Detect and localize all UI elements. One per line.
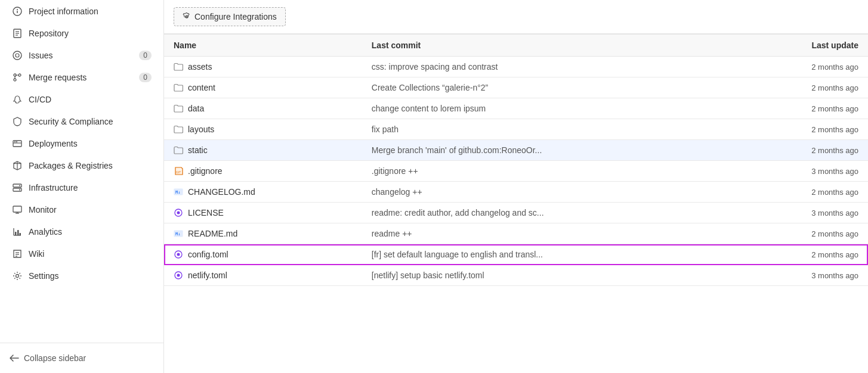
svg-point-10 <box>14 79 16 81</box>
collapse-sidebar-button[interactable]: Collapse sidebar <box>0 348 163 368</box>
sidebar-bottom: Collapse sidebar <box>0 343 163 373</box>
sidebar-item-label: Packages & Registries <box>29 161 152 170</box>
svg-point-33 <box>16 275 19 278</box>
sidebar-item-cicd[interactable]: CI/CD <box>2 89 161 110</box>
table-row[interactable]: content Create Collections “galerie-n°2”… <box>164 77 868 98</box>
folder-icon <box>174 125 183 134</box>
sidebar-item-infrastructure[interactable]: Infrastructure <box>2 177 161 198</box>
sidebar-item-issues[interactable]: Issues 0 <box>2 45 161 66</box>
commit-message: changelog ++ <box>362 182 738 203</box>
config-icon <box>174 208 183 217</box>
table-row[interactable]: M↓ CHANGELOG.md changelog ++ 2 months ag… <box>164 182 868 203</box>
sidebar-item-analytics[interactable]: Analytics <box>2 221 161 243</box>
file-link[interactable]: config.toml <box>188 250 228 259</box>
svg-point-7 <box>13 51 21 60</box>
file-link[interactable]: netlify.toml <box>188 271 227 280</box>
sidebar-item-label: Merge requests <box>29 73 133 82</box>
commit-message: .gitignore ++ <box>362 161 738 182</box>
gear-icon <box>183 13 191 21</box>
sidebar-item-settings[interactable]: Settings <box>2 265 161 287</box>
svg-point-11 <box>18 74 21 76</box>
file-link[interactable]: .gitignore <box>188 166 223 176</box>
sidebar-item-project-information[interactable]: Project information <box>2 1 161 22</box>
last-update: 2 months ago <box>738 119 868 140</box>
server-icon <box>12 182 23 193</box>
table-row[interactable]: static Merge branch 'main' of github.com… <box>164 140 868 161</box>
sidebar-item-deployments[interactable]: Deployments <box>2 133 161 154</box>
file-name-cell: M↓ README.md <box>164 223 362 244</box>
file-name-cell: netlify.toml <box>164 265 362 286</box>
gear-icon <box>12 271 23 281</box>
last-update: 2 months ago <box>738 57 868 77</box>
table-row[interactable]: GIT .gitignore .gitignore ++ 3 months ag… <box>164 161 868 182</box>
table-row[interactable]: LICENSE readme: credit author, add chang… <box>164 203 868 223</box>
sidebar-item-wiki[interactable]: Wiki <box>2 243 161 265</box>
last-update: 2 months ago <box>738 182 868 203</box>
sidebar-item-label: CI/CD <box>29 95 152 104</box>
file-name-cell: config.toml <box>164 244 362 265</box>
folder-icon <box>174 104 183 113</box>
sidebar-item-security-compliance[interactable]: Security & Compliance <box>2 111 161 132</box>
file-link[interactable]: assets <box>188 62 212 72</box>
file-link[interactable]: CHANGELOG.md <box>188 187 255 197</box>
svg-text:GIT: GIT <box>176 170 181 174</box>
commit-message: fix path <box>362 119 738 140</box>
sidebar-item-label: Analytics <box>29 227 152 237</box>
file-link[interactable]: static <box>188 145 208 155</box>
svg-point-20 <box>19 185 20 186</box>
sidebar-item-label: Wiki <box>29 249 152 259</box>
configure-integrations-button[interactable]: Configure Integrations <box>174 7 286 26</box>
table-body: assets css: improve spacing and contrast… <box>164 57 868 286</box>
sidebar-item-merge-requests[interactable]: Merge requests 0 <box>2 67 161 88</box>
commit-message: [netlify] setup basic netlify.toml <box>362 265 738 286</box>
last-update: 2 months ago <box>738 98 868 119</box>
svg-text:M↓: M↓ <box>175 232 180 237</box>
sidebar-item-repository[interactable]: Repository <box>2 23 161 44</box>
svg-point-2 <box>17 9 18 10</box>
table-row[interactable]: data change content to lorem ipsum 2 mon… <box>164 98 868 119</box>
file-link[interactable]: data <box>188 104 204 113</box>
file-name-cell: assets <box>164 57 362 77</box>
svg-rect-12 <box>13 141 21 147</box>
gitignore-icon: GIT <box>174 166 183 176</box>
file-link[interactable]: content <box>188 83 215 92</box>
table-row[interactable]: netlify.toml [netlify] setup basic netli… <box>164 265 868 286</box>
sidebar-item-packages-registries[interactable]: Packages & Registries <box>2 155 161 176</box>
configure-button-label: Configure Integrations <box>194 12 277 21</box>
file-name-cell: static <box>164 140 362 161</box>
file-link[interactable]: LICENSE <box>188 208 224 217</box>
merge-icon <box>12 72 23 83</box>
folder-icon <box>174 62 183 72</box>
table-row[interactable]: config.toml [fr] set default language to… <box>164 244 868 265</box>
file-link[interactable]: layouts <box>188 125 214 134</box>
toolbar: Configure Integrations <box>164 0 868 34</box>
shield-icon <box>12 116 23 127</box>
config-icon <box>174 250 183 259</box>
file-name-cell: M↓ CHANGELOG.md <box>164 182 362 203</box>
last-update: 2 months ago <box>738 244 868 265</box>
book-icon <box>12 28 23 39</box>
table-row[interactable]: assets css: improve spacing and contrast… <box>164 57 868 77</box>
commit-message: change content to lorem ipsum <box>362 98 738 119</box>
file-name-cell: content <box>164 77 362 98</box>
svg-point-42 <box>177 253 180 256</box>
collapse-icon <box>10 353 19 363</box>
table-row[interactable]: layouts fix path 2 months ago <box>164 119 868 140</box>
sidebar-item-label: Settings <box>29 271 152 281</box>
sidebar-item-monitor[interactable]: Monitor <box>2 199 161 220</box>
last-update: 3 months ago <box>738 161 868 182</box>
file-link[interactable]: README.md <box>188 229 237 238</box>
package-icon <box>12 160 23 171</box>
svg-rect-29 <box>20 233 21 235</box>
issue-icon <box>12 50 23 61</box>
svg-rect-28 <box>17 230 19 235</box>
folder-icon <box>174 145 183 155</box>
main-content: Configure Integrations Name Last commit … <box>164 0 868 373</box>
last-update: 3 months ago <box>738 203 868 223</box>
file-name-cell: layouts <box>164 119 362 140</box>
config-icon <box>174 271 183 280</box>
table-row[interactable]: M↓ README.md readme ++ 2 months ago <box>164 223 868 244</box>
svg-point-38 <box>177 212 180 215</box>
sidebar-item-label: Security & Compliance <box>29 117 152 126</box>
markdown-icon: M↓ <box>174 229 183 238</box>
